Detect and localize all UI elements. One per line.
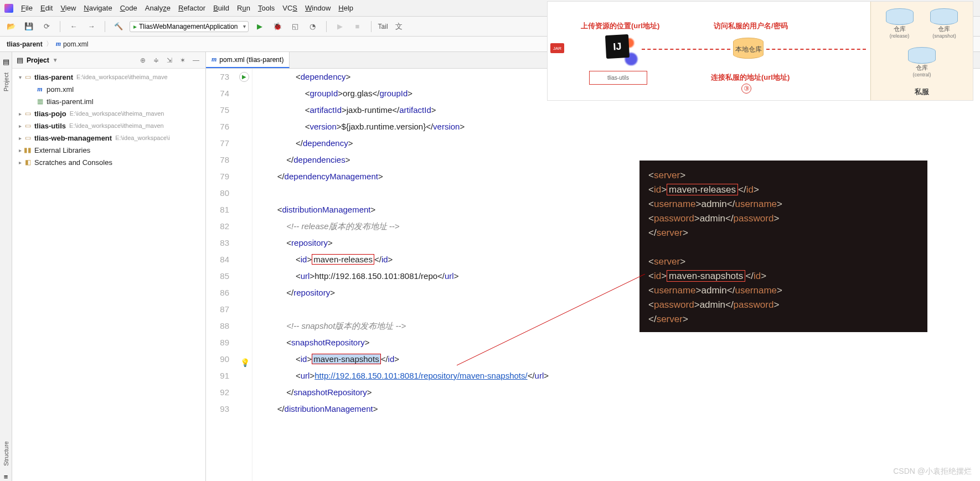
library-icon: ▮▮ bbox=[23, 146, 32, 154]
run-config-selector[interactable]: ▸ TliasWebManagementApplication bbox=[130, 21, 249, 32]
expand-icon[interactable]: ⇲ bbox=[164, 56, 174, 64]
run-config-label: TliasWebManagementApplication bbox=[139, 23, 238, 30]
dashed-arrow bbox=[642, 49, 730, 50]
divider bbox=[60, 21, 60, 32]
chevron-right-icon[interactable]: ▸ bbox=[17, 147, 23, 153]
breadcrumb-item[interactable]: pom.xml bbox=[63, 40, 88, 48]
step-badge: ③ bbox=[741, 84, 751, 94]
tree-node-scratches[interactable]: ▸ ◧ Scratches and Consoles bbox=[12, 156, 205, 168]
project-tool-icon[interactable]: ▤ bbox=[3, 58, 9, 66]
line-number-gutter: 7374757677787980818283848586878889909192… bbox=[206, 69, 237, 481]
iml-file-icon: ▦ bbox=[35, 97, 44, 105]
tree-node-iml[interactable]: ▦ tlias-parent.iml bbox=[12, 95, 205, 107]
project-tool-label[interactable]: Project bbox=[3, 73, 9, 91]
maven-file-icon: m bbox=[56, 40, 61, 48]
chevron-right-icon: 〉 bbox=[45, 39, 54, 49]
menu-file[interactable]: File bbox=[21, 4, 33, 12]
module-icon: ▭ bbox=[23, 122, 32, 130]
project-icon: ▤ bbox=[17, 56, 23, 64]
menu-code[interactable]: Code bbox=[120, 4, 137, 12]
tree-node-root[interactable]: ▾ ▭ tlias-parent E:\idea_workspace\ithei… bbox=[12, 71, 205, 83]
chevron-right-icon[interactable]: ▸ bbox=[17, 123, 23, 129]
debug-icon[interactable]: 🐞 bbox=[271, 20, 284, 33]
menu-help[interactable]: Help bbox=[338, 4, 353, 12]
menu-navigate[interactable]: Navigate bbox=[84, 4, 112, 12]
module-icon: ▭ bbox=[23, 134, 32, 142]
chevron-down-icon[interactable]: ▼ bbox=[53, 57, 58, 63]
run-icon[interactable]: ▶ bbox=[253, 20, 266, 33]
maven-file-icon: m bbox=[35, 85, 44, 94]
server-xml-overlay: <server> <id>maven-releases</id> <userna… bbox=[639, 161, 927, 332]
collapse-icon[interactable]: ≑ bbox=[151, 56, 161, 64]
structure-tool-icon[interactable]: ≡ bbox=[4, 473, 8, 481]
watermark: CSDN @小袁拒绝摆烂 bbox=[893, 467, 972, 477]
scratch-icon: ◧ bbox=[23, 158, 32, 166]
module-icon: ▭ bbox=[23, 110, 32, 117]
chevron-right-icon[interactable]: ▸ bbox=[17, 159, 23, 165]
tree-node-pom[interactable]: m pom.xml bbox=[12, 83, 205, 95]
menu-vcs[interactable]: VCS bbox=[282, 4, 297, 12]
editor-tab-pom[interactable]: m pom.xml (tlias-parent) bbox=[206, 52, 290, 68]
menu-run[interactable]: Run bbox=[237, 4, 250, 12]
diagram-overlay: 上传资源的位置(url地址) 访问私服的用户名/密码 连接私服的地址(url地址… bbox=[547, 1, 973, 101]
diagram-main: 上传资源的位置(url地址) 访问私服的用户名/密码 连接私服的地址(url地址… bbox=[548, 2, 870, 100]
tree-node-utils[interactable]: ▸ ▭ tlias-utils E:\idea_workspace\itheim… bbox=[12, 120, 205, 132]
breadcrumb-item[interactable]: tlias-parent bbox=[7, 40, 43, 48]
diagram-side-panel: 仓库(release) 仓库(snapshot) 仓库(central) 私服 bbox=[870, 2, 973, 100]
menu-refactor[interactable]: Refactor bbox=[178, 4, 205, 12]
open-icon[interactable]: 📂 bbox=[4, 20, 18, 33]
repo-release-label: 仓库 bbox=[886, 25, 914, 33]
sync-icon[interactable]: ⟳ bbox=[40, 20, 53, 33]
diagram-label-access: 访问私服的用户名/密码 bbox=[714, 21, 788, 31]
project-panel-header: ▤ Project ▼ ⊕ ≑ ⇲ ✶ — bbox=[12, 52, 205, 69]
menu-build[interactable]: Build bbox=[213, 4, 229, 12]
structure-tool-label[interactable]: Structure bbox=[3, 441, 9, 466]
project-tree: ▾ ▭ tlias-parent E:\idea_workspace\ithei… bbox=[12, 69, 205, 170]
diagram-label-upload: 上传资源的位置(url地址) bbox=[581, 21, 659, 31]
jar-icon: JAR bbox=[550, 43, 564, 53]
maven-file-icon: m bbox=[212, 55, 216, 64]
build-icon[interactable]: 🔨 bbox=[112, 20, 125, 33]
chevron-down-icon[interactable]: ▾ bbox=[17, 74, 23, 80]
menu-view[interactable]: View bbox=[60, 4, 76, 12]
repo-central-label: 仓库 bbox=[908, 64, 936, 72]
back-icon[interactable]: ← bbox=[67, 20, 80, 33]
chevron-right-icon[interactable]: ▸ bbox=[17, 135, 23, 141]
divider bbox=[371, 21, 372, 32]
tree-node-ext-libs[interactable]: ▸ ▮▮ External Libraries bbox=[12, 144, 205, 156]
menu-analyze[interactable]: Analyze bbox=[145, 4, 171, 12]
tab-label: pom.xml (tlias-parent) bbox=[219, 56, 283, 64]
save-icon[interactable]: 💾 bbox=[22, 20, 35, 33]
hide-icon[interactable]: — bbox=[191, 56, 201, 64]
local-repo-cylinder: 本地仓库 bbox=[733, 38, 764, 59]
tree-node-pojo[interactable]: ▸ ▭ tlias-pojo E:\idea_workspace\itheima… bbox=[12, 107, 205, 120]
dashed-arrow bbox=[766, 49, 866, 50]
resume-icon[interactable]: ▶ bbox=[333, 20, 347, 33]
divider bbox=[326, 21, 327, 32]
menu-edit[interactable]: Edit bbox=[40, 4, 53, 12]
panel-title: Project bbox=[27, 56, 49, 64]
utils-module-box: tlias-utils bbox=[589, 71, 647, 85]
tail-label[interactable]: Tail bbox=[378, 23, 388, 30]
menu-tools[interactable]: Tools bbox=[258, 4, 275, 12]
stop-icon[interactable]: ■ bbox=[351, 20, 364, 33]
repo-snapshot-label: 仓库 bbox=[930, 25, 958, 33]
intellij-icon: IJ bbox=[600, 32, 639, 68]
chevron-right-icon[interactable]: ▸ bbox=[17, 111, 23, 117]
menu-window[interactable]: Window bbox=[305, 4, 331, 12]
translate-icon[interactable]: 文 bbox=[393, 20, 406, 33]
intellij-logo-icon bbox=[4, 4, 13, 13]
divider bbox=[105, 21, 105, 32]
gutter-icons: ▶ 💡 bbox=[237, 69, 252, 481]
locate-icon[interactable]: ⊕ bbox=[138, 56, 148, 64]
diagram-label-connect: 连接私服的地址(url地址) bbox=[711, 73, 790, 82]
forward-icon[interactable]: → bbox=[85, 20, 98, 33]
settings-icon[interactable]: ✶ bbox=[178, 56, 188, 64]
tree-node-web[interactable]: ▸ ▭ tlias-web-management E:\idea_workspa… bbox=[12, 132, 205, 144]
profile-icon[interactable]: ◔ bbox=[306, 20, 319, 33]
intention-bulb-icon[interactable]: 💡 bbox=[240, 354, 250, 371]
side-title: 私服 bbox=[871, 87, 973, 97]
run-gutter-icon[interactable]: ▶ bbox=[239, 72, 249, 82]
coverage-icon[interactable]: ◱ bbox=[288, 20, 302, 33]
module-icon: ▭ bbox=[23, 73, 32, 81]
